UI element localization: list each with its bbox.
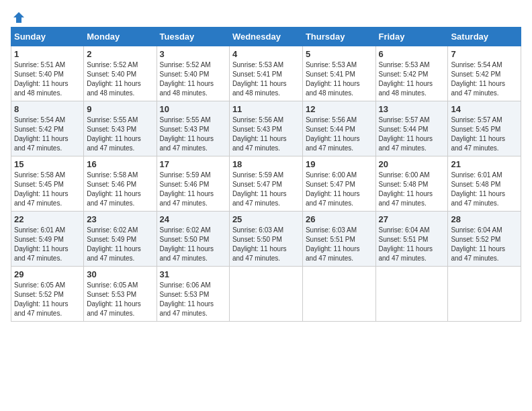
day-number: 2 — [87, 49, 153, 59]
calendar-header-saturday: Saturday — [448, 28, 521, 46]
calendar-cell: 9Sunrise: 5:55 AMSunset: 5:43 PMDaylight… — [84, 101, 157, 156]
day-info: Sunrise: 5:54 AMSunset: 5:42 PMDaylight:… — [451, 60, 518, 98]
calendar-cell: 5Sunrise: 5:53 AMSunset: 5:41 PMDaylight… — [302, 46, 375, 101]
calendar-header-tuesday: Tuesday — [157, 28, 229, 46]
day-info: Sunrise: 5:51 AMSunset: 5:40 PMDaylight:… — [14, 60, 81, 98]
calendar-cell: 19Sunrise: 6:00 AMSunset: 5:47 PMDayligh… — [302, 156, 375, 212]
day-info: Sunrise: 5:52 AMSunset: 5:40 PMDaylight:… — [87, 60, 153, 98]
day-number: 5 — [306, 49, 373, 59]
calendar-week-row: 1Sunrise: 5:51 AMSunset: 5:40 PMDaylight… — [11, 46, 521, 101]
calendar-header-friday: Friday — [375, 28, 448, 46]
calendar-header-row: SundayMondayTuesdayWednesdayThursdayFrid… — [11, 28, 521, 46]
day-info: Sunrise: 5:58 AMSunset: 5:45 PMDaylight:… — [14, 171, 81, 208]
calendar-cell: 3Sunrise: 5:52 AMSunset: 5:40 PMDaylight… — [157, 46, 229, 101]
day-info: Sunrise: 5:55 AMSunset: 5:43 PMDaylight:… — [160, 116, 226, 153]
calendar-cell: 2Sunrise: 5:52 AMSunset: 5:40 PMDaylight… — [84, 46, 157, 101]
calendar-cell: 12Sunrise: 5:56 AMSunset: 5:44 PMDayligh… — [302, 101, 375, 156]
day-number: 28 — [451, 214, 518, 224]
calendar-table: SundayMondayTuesdayWednesdayThursdayFrid… — [11, 27, 521, 322]
calendar-cell: 27Sunrise: 6:04 AMSunset: 5:51 PMDayligh… — [375, 212, 448, 267]
day-info: Sunrise: 5:53 AMSunset: 5:42 PMDaylight:… — [379, 60, 445, 98]
day-number: 31 — [160, 269, 226, 279]
day-number: 24 — [160, 214, 226, 224]
day-info: Sunrise: 6:05 AMSunset: 5:53 PMDaylight:… — [87, 281, 153, 318]
day-info: Sunrise: 5:56 AMSunset: 5:44 PMDaylight:… — [306, 116, 373, 153]
calendar-cell — [375, 267, 448, 322]
calendar-cell — [229, 267, 302, 322]
day-info: Sunrise: 6:05 AMSunset: 5:52 PMDaylight:… — [14, 281, 81, 318]
day-info: Sunrise: 5:58 AMSunset: 5:46 PMDaylight:… — [87, 171, 153, 208]
day-info: Sunrise: 5:57 AMSunset: 5:44 PMDaylight:… — [379, 116, 445, 153]
day-info: Sunrise: 6:03 AMSunset: 5:51 PMDaylight:… — [306, 226, 373, 263]
calendar-cell: 14Sunrise: 5:57 AMSunset: 5:45 PMDayligh… — [448, 101, 521, 156]
page-header — [11, 11, 521, 21]
logo-icon — [12, 11, 26, 24]
calendar-cell: 20Sunrise: 6:00 AMSunset: 5:48 PMDayligh… — [375, 156, 448, 212]
calendar-week-row: 15Sunrise: 5:58 AMSunset: 5:45 PMDayligh… — [11, 156, 521, 212]
logo — [11, 11, 26, 21]
day-info: Sunrise: 5:56 AMSunset: 5:43 PMDaylight:… — [232, 116, 300, 153]
day-info: Sunrise: 6:02 AMSunset: 5:50 PMDaylight:… — [160, 226, 226, 263]
calendar-cell: 25Sunrise: 6:03 AMSunset: 5:50 PMDayligh… — [229, 212, 302, 267]
day-info: Sunrise: 6:04 AMSunset: 5:52 PMDaylight:… — [451, 226, 518, 263]
calendar-cell: 17Sunrise: 5:59 AMSunset: 5:46 PMDayligh… — [157, 156, 229, 212]
day-info: Sunrise: 6:03 AMSunset: 5:50 PMDaylight:… — [232, 226, 300, 263]
day-number: 27 — [379, 214, 445, 224]
calendar-cell: 15Sunrise: 5:58 AMSunset: 5:45 PMDayligh… — [11, 156, 84, 212]
calendar-cell: 1Sunrise: 5:51 AMSunset: 5:40 PMDaylight… — [11, 46, 84, 101]
calendar-cell: 16Sunrise: 5:58 AMSunset: 5:46 PMDayligh… — [84, 156, 157, 212]
day-info: Sunrise: 5:59 AMSunset: 5:46 PMDaylight:… — [160, 171, 226, 208]
day-number: 29 — [14, 269, 81, 279]
calendar-cell: 8Sunrise: 5:54 AMSunset: 5:42 PMDaylight… — [11, 101, 84, 156]
day-number: 17 — [160, 159, 226, 169]
day-info: Sunrise: 5:59 AMSunset: 5:47 PMDaylight:… — [232, 171, 300, 208]
calendar-cell: 22Sunrise: 6:01 AMSunset: 5:49 PMDayligh… — [11, 212, 84, 267]
calendar-cell: 26Sunrise: 6:03 AMSunset: 5:51 PMDayligh… — [302, 212, 375, 267]
day-number: 14 — [451, 104, 518, 114]
calendar-cell: 29Sunrise: 6:05 AMSunset: 5:52 PMDayligh… — [11, 267, 84, 322]
day-number: 13 — [379, 104, 445, 114]
calendar-header-monday: Monday — [84, 28, 157, 46]
day-number: 30 — [87, 269, 153, 279]
day-number: 6 — [379, 49, 445, 59]
calendar-cell: 6Sunrise: 5:53 AMSunset: 5:42 PMDaylight… — [375, 46, 448, 101]
day-number: 3 — [160, 49, 226, 59]
svg-marker-0 — [13, 12, 24, 23]
calendar-cell: 23Sunrise: 6:02 AMSunset: 5:49 PMDayligh… — [84, 212, 157, 267]
calendar-week-row: 8Sunrise: 5:54 AMSunset: 5:42 PMDaylight… — [11, 101, 521, 156]
day-info: Sunrise: 5:54 AMSunset: 5:42 PMDaylight:… — [14, 116, 81, 153]
day-number: 16 — [87, 159, 153, 169]
calendar-cell: 7Sunrise: 5:54 AMSunset: 5:42 PMDaylight… — [448, 46, 521, 101]
calendar-cell: 30Sunrise: 6:05 AMSunset: 5:53 PMDayligh… — [84, 267, 157, 322]
day-number: 18 — [232, 159, 300, 169]
day-number: 20 — [379, 159, 445, 169]
calendar-week-row: 29Sunrise: 6:05 AMSunset: 5:52 PMDayligh… — [11, 267, 521, 322]
calendar-cell: 24Sunrise: 6:02 AMSunset: 5:50 PMDayligh… — [157, 212, 229, 267]
day-info: Sunrise: 5:55 AMSunset: 5:43 PMDaylight:… — [87, 116, 153, 153]
day-number: 22 — [14, 214, 81, 224]
day-info: Sunrise: 6:06 AMSunset: 5:53 PMDaylight:… — [160, 281, 226, 318]
day-number: 19 — [306, 159, 373, 169]
calendar-cell — [302, 267, 375, 322]
day-number: 1 — [14, 49, 81, 59]
calendar-cell: 21Sunrise: 6:01 AMSunset: 5:48 PMDayligh… — [448, 156, 521, 212]
day-number: 21 — [451, 159, 518, 169]
calendar-cell — [448, 267, 521, 322]
day-number: 11 — [232, 104, 300, 114]
day-number: 25 — [232, 214, 300, 224]
day-info: Sunrise: 5:52 AMSunset: 5:40 PMDaylight:… — [160, 60, 226, 98]
day-number: 7 — [451, 49, 518, 59]
day-number: 23 — [87, 214, 153, 224]
day-info: Sunrise: 5:57 AMSunset: 5:45 PMDaylight:… — [451, 116, 518, 153]
calendar-cell: 11Sunrise: 5:56 AMSunset: 5:43 PMDayligh… — [229, 101, 302, 156]
day-info: Sunrise: 6:01 AMSunset: 5:48 PMDaylight:… — [451, 171, 518, 208]
day-info: Sunrise: 6:00 AMSunset: 5:47 PMDaylight:… — [306, 171, 373, 208]
calendar-cell: 10Sunrise: 5:55 AMSunset: 5:43 PMDayligh… — [157, 101, 229, 156]
day-number: 9 — [87, 104, 153, 114]
day-number: 12 — [306, 104, 373, 114]
calendar-week-row: 22Sunrise: 6:01 AMSunset: 5:49 PMDayligh… — [11, 212, 521, 267]
calendar-cell: 31Sunrise: 6:06 AMSunset: 5:53 PMDayligh… — [157, 267, 229, 322]
day-info: Sunrise: 6:04 AMSunset: 5:51 PMDaylight:… — [379, 226, 445, 263]
day-info: Sunrise: 5:53 AMSunset: 5:41 PMDaylight:… — [306, 60, 373, 98]
day-number: 4 — [232, 49, 300, 59]
